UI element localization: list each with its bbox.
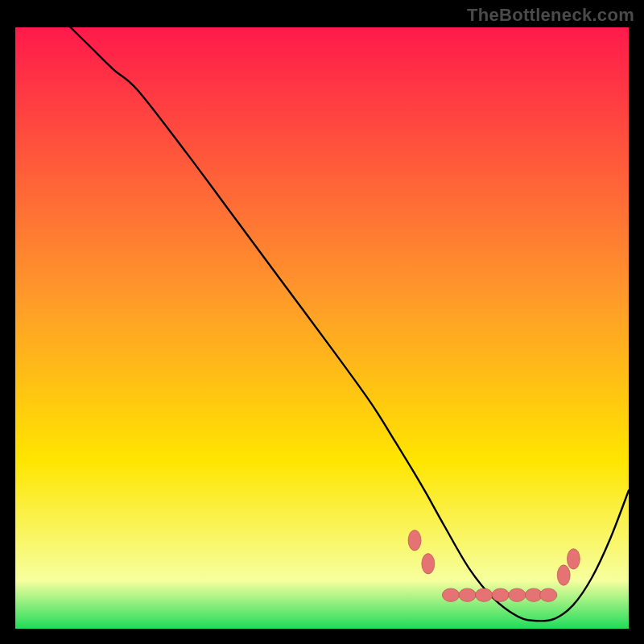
chart-marker-dot-left-lower — [422, 554, 435, 574]
chart-marker-strip-3 — [476, 588, 493, 601]
chart-marker-strip-7 — [540, 588, 557, 601]
chart-background-gradient — [15, 27, 629, 629]
chart-marker-strip-5 — [509, 588, 526, 601]
chart-frame: TheBottleneck.com — [0, 0, 644, 644]
chart-svg — [15, 27, 629, 629]
chart-plot-area — [15, 27, 629, 629]
chart-marker-dot-right-upper — [567, 549, 580, 569]
chart-marker-dot-right-eye — [557, 565, 570, 585]
chart-marker-strip-2 — [459, 588, 476, 601]
watermark-text: TheBottleneck.com — [467, 5, 634, 26]
chart-marker-strip-4 — [492, 588, 509, 601]
chart-marker-dot-left-upper — [408, 530, 421, 550]
chart-marker-strip-1 — [442, 588, 459, 601]
